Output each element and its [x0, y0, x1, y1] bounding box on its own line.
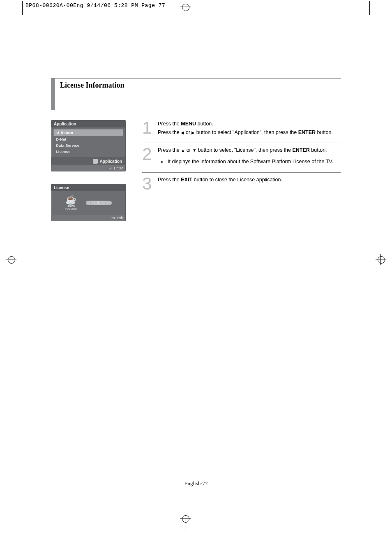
- tv-menu-title: License: [51, 184, 125, 191]
- enter-label: Enter: [114, 166, 123, 170]
- section-header: License Information: [51, 78, 341, 92]
- exit-label: Exit: [117, 216, 123, 220]
- step-number: 1: [142, 120, 152, 136]
- tv-menu-title: Application: [51, 120, 125, 127]
- java-logo: ☕ Java POWERED: [65, 195, 77, 210]
- text: Press the: [158, 130, 181, 135]
- step-number: 2: [142, 146, 152, 165]
- enter-button-label: ENTER: [292, 147, 309, 153]
- text: button to close the License application.: [192, 177, 282, 183]
- enter-button-label: ENTER: [298, 130, 316, 135]
- crop-mark: [369, 1, 370, 15]
- tv-menu-category-label: Application: [100, 159, 122, 164]
- tv-menu-footer: •II Exit: [51, 215, 125, 221]
- tv-menu-application: Application Return D-Net Data Service Li…: [51, 120, 126, 171]
- tv-menu-footer: ↲ Enter: [51, 165, 125, 171]
- exit-icon: •II: [111, 216, 115, 220]
- accent-bar: [51, 79, 55, 92]
- step-3: 3 Press the EXIT button to close the Lic…: [142, 172, 341, 198]
- step-body: Press the MENU button. Press the ◀ or ▶ …: [158, 120, 341, 136]
- up-arrow-icon: ▲: [181, 148, 185, 154]
- down-arrow-icon: ▼: [192, 148, 196, 154]
- license-logo-row: ☕ Java POWERED SAMSUNG: [51, 191, 125, 215]
- application-icon: [93, 159, 98, 164]
- java-cup-icon: ☕: [65, 195, 76, 204]
- registration-mark: [181, 514, 190, 523]
- tv-menu-category: Application: [51, 157, 125, 165]
- text: or: [184, 130, 191, 135]
- step-bullet: It displays the information about the So…: [167, 158, 341, 165]
- exit-button-label: EXIT: [181, 177, 192, 183]
- step-body: Press the ▲ or ▼ button to select "Licen…: [158, 146, 341, 165]
- tv-menu-item: D-Net: [53, 136, 123, 142]
- crop-mark: [22, 1, 23, 15]
- page-title: License Information: [60, 81, 125, 90]
- tv-menu-license: License ☕ Java POWERED SAMSUNG •II Exit: [51, 184, 126, 221]
- crop-mark: [380, 27, 392, 27]
- text: Press the: [158, 177, 181, 183]
- page-number: English-77: [51, 480, 341, 487]
- text: button.: [316, 130, 333, 135]
- step-2: 2 Press the ▲ or ▼ button to select "Lic…: [142, 143, 341, 172]
- samsung-logo: SAMSUNG: [86, 201, 111, 205]
- tv-menu-item-return: Return: [53, 129, 123, 136]
- print-slug: BP68-00620A-00Eng 9/14/06 5:28 PM Page 7…: [25, 2, 165, 9]
- tv-menu-item: License: [53, 148, 123, 155]
- step-1: 1 Press the MENU button. Press the ◀ or …: [142, 120, 341, 143]
- crop-mark: [185, 525, 185, 530]
- text: button to select "License", then press t…: [196, 147, 292, 153]
- text: or: [185, 147, 192, 153]
- registration-mark: [7, 255, 16, 264]
- text: button.: [310, 147, 327, 153]
- text: button to select "Application", then pre…: [195, 130, 298, 135]
- step-body: Press the EXIT button to close the Licen…: [158, 176, 341, 192]
- text: Press the: [158, 121, 181, 127]
- text: Press the: [158, 147, 181, 153]
- menu-button-label: MENU: [181, 121, 196, 127]
- tv-menu-item: Data Service: [53, 142, 123, 148]
- accent-bar: [51, 90, 55, 110]
- crop-mark: [0, 27, 12, 27]
- text: button.: [196, 121, 213, 127]
- enter-icon: ↲: [109, 166, 112, 170]
- registration-mark: [181, 2, 190, 12]
- java-subtext: POWERED: [65, 208, 77, 210]
- registration-mark: [376, 255, 385, 264]
- step-number: 3: [142, 176, 152, 192]
